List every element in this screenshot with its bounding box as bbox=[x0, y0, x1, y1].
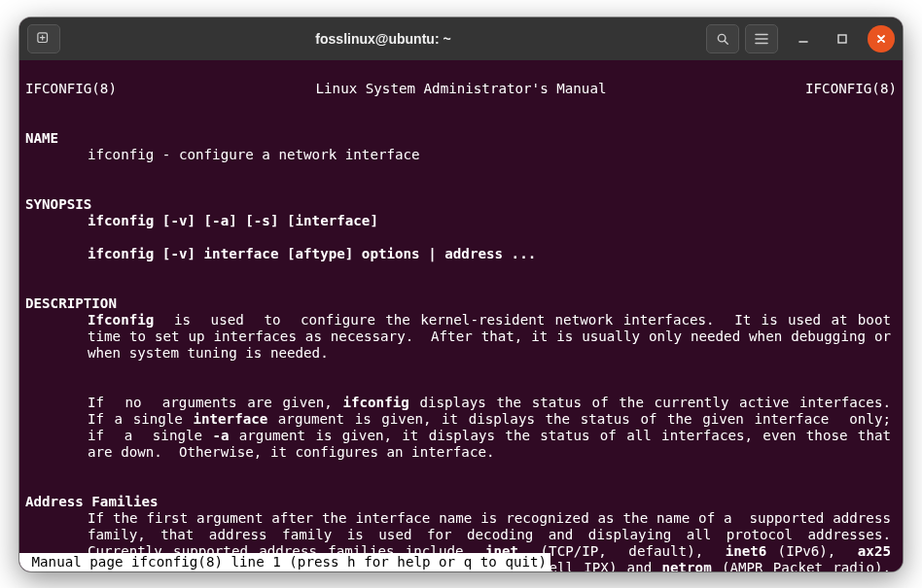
maximize-button[interactable] bbox=[829, 25, 856, 52]
new-tab-button[interactable] bbox=[27, 24, 60, 53]
svg-rect-2 bbox=[838, 35, 846, 43]
terminal-window: fosslinux@ubuntu: ~ bbox=[19, 17, 903, 571]
minimize-button[interactable] bbox=[790, 25, 817, 52]
synopsis-line-2: ifconfig [-v] interface [aftype] options… bbox=[88, 246, 897, 262]
hamburger-menu-button[interactable] bbox=[745, 24, 778, 53]
section-addrfam-heading: Address Families bbox=[25, 494, 159, 509]
synopsis-line-1: ifconfig [-v] [-a] [-s] [interface] bbox=[88, 213, 897, 229]
description-p2: If no arguments are given, ifconfig disp… bbox=[88, 395, 891, 461]
titlebar: fosslinux@ubuntu: ~ bbox=[19, 17, 903, 60]
hamburger-icon bbox=[755, 33, 768, 45]
close-button[interactable] bbox=[868, 25, 895, 52]
description-p1: Ifconfig is used to configure the kernel… bbox=[88, 312, 891, 362]
terminal-viewport[interactable]: IFCONFIG(8)Linux System Administrator's … bbox=[19, 60, 903, 571]
pager-status-line: Manual page ifconfig(8) line 1 (press h … bbox=[19, 553, 550, 571]
manpage-header: IFCONFIG(8)Linux System Administrator's … bbox=[25, 81, 897, 97]
close-icon bbox=[875, 33, 887, 45]
new-tab-icon bbox=[37, 32, 51, 46]
minimize-icon bbox=[798, 33, 809, 45]
search-icon bbox=[716, 32, 729, 46]
name-line: ifconfig - configure a network interface bbox=[88, 147, 897, 163]
section-name-heading: NAME bbox=[25, 130, 58, 146]
search-button[interactable] bbox=[706, 24, 739, 53]
maximize-icon bbox=[836, 33, 848, 45]
window-title: fosslinux@ubuntu: ~ bbox=[66, 31, 700, 47]
section-synopsis-heading: SYNOPSIS bbox=[25, 196, 91, 212]
section-description-heading: DESCRIPTION bbox=[25, 295, 117, 311]
